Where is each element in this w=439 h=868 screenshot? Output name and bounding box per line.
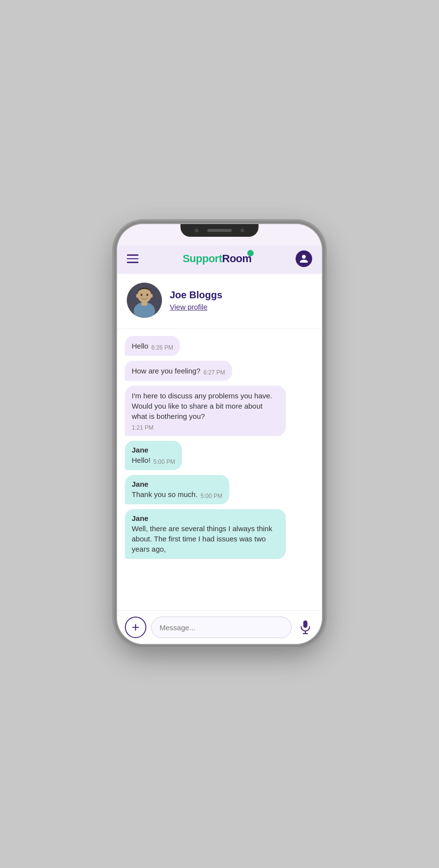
msg-time: 1:21 PM <box>132 424 154 431</box>
svg-point-2 <box>136 294 139 298</box>
svg-rect-10 <box>303 620 308 628</box>
account-icon[interactable] <box>296 250 312 267</box>
msg-time: 6:26 PM <box>151 344 173 351</box>
msg-bottom: I'm here to discuss any problems you hav… <box>132 391 279 431</box>
msg-text: Hello! <box>132 455 150 465</box>
svg-point-7 <box>146 294 148 296</box>
microphone-button[interactable] <box>297 619 314 636</box>
microphone-icon <box>299 620 312 635</box>
plus-icon <box>131 622 140 632</box>
message-4: Jane Hello! 5:00 PM <box>125 441 182 470</box>
chat-area: Hello 6:26 PM How are you feeling? 6:27 … <box>117 329 322 610</box>
message-input[interactable] <box>151 617 292 638</box>
message-5: Jane Thank you so much. 5:00 PM <box>125 475 229 504</box>
msg-text: Hello <box>132 341 148 351</box>
message-6: Jane Well, there are several things I al… <box>125 509 286 559</box>
msg-text: How are you feeling? <box>132 366 200 376</box>
app-header: Support Room <box>117 246 322 274</box>
svg-point-6 <box>140 294 142 296</box>
speaker-pill <box>207 229 232 232</box>
therapist-profile: Joe Bloggs View profile <box>117 274 322 329</box>
sensor-dot <box>240 228 244 232</box>
bottom-bar <box>117 610 322 644</box>
msg-text: I'm here to discuss any problems you hav… <box>132 391 279 421</box>
user-icon <box>299 254 309 264</box>
msg-text: Well, there are several things I always … <box>132 524 272 553</box>
message-3: I'm here to discuss any problems you hav… <box>125 386 286 436</box>
add-button[interactable] <box>125 617 146 638</box>
hamburger-menu-icon[interactable] <box>127 254 139 263</box>
logo: Support Room <box>182 252 251 265</box>
camera-dot <box>195 228 199 232</box>
avatar <box>127 283 162 318</box>
msg-sender: Jane <box>132 514 279 522</box>
message-2: How are you feeling? 6:27 PM <box>125 361 232 381</box>
msg-sender: Jane <box>132 446 175 454</box>
logo-bubble-icon <box>247 250 254 256</box>
phone-frame: Support Room <box>117 224 322 644</box>
svg-point-3 <box>150 294 153 298</box>
msg-sender: Jane <box>132 480 222 488</box>
therapist-name: Joe Bloggs <box>170 289 222 301</box>
msg-content: Hello! 5:00 PM <box>132 455 175 465</box>
msg-time: 5:00 PM <box>153 458 175 465</box>
logo-support: Support <box>182 252 222 265</box>
therapist-info: Joe Bloggs View profile <box>170 289 222 311</box>
svg-rect-5 <box>141 301 147 306</box>
notch-bar <box>117 224 322 246</box>
notch <box>180 224 259 237</box>
svg-point-1 <box>138 288 151 303</box>
msg-text: Thank you so much. <box>132 489 198 499</box>
msg-time: 6:27 PM <box>203 369 225 376</box>
msg-content: Thank you so much. 5:00 PM <box>132 489 222 499</box>
msg-time: 5:00 PM <box>200 493 222 499</box>
view-profile-link[interactable]: View profile <box>170 303 222 311</box>
message-1: Hello 6:26 PM <box>125 336 180 356</box>
content-area: Joe Bloggs View profile Hello 6:26 PM Ho… <box>117 274 322 610</box>
